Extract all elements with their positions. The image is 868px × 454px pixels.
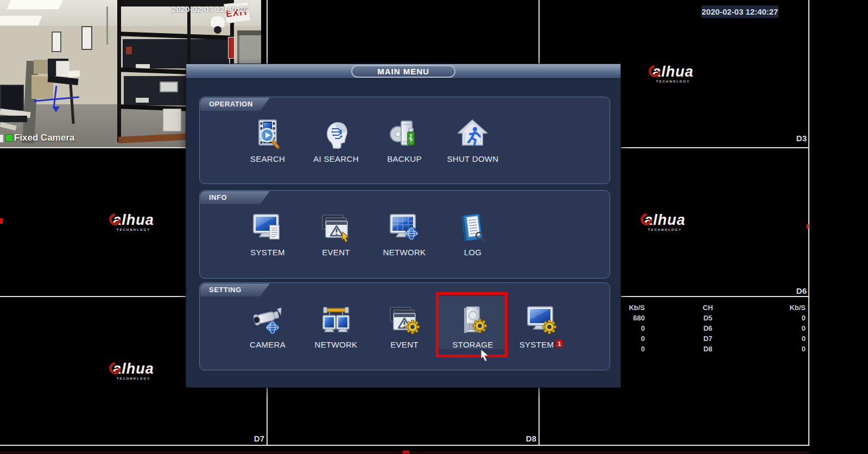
brand-subtitle: TECHNOLOGY <box>93 377 174 380</box>
menu-item-label-text: SYSTEM <box>519 340 554 349</box>
search-icon <box>250 117 285 152</box>
system-setting-icon <box>524 302 559 337</box>
bitrate-channel: D6 <box>645 323 771 333</box>
scene-rack-post <box>117 0 121 142</box>
bitrate-kbs: 0 <box>771 344 806 354</box>
menu-item-label: AI SEARCH <box>302 154 370 163</box>
tripwire-arrow-head <box>52 106 60 112</box>
camera-icon <box>250 302 285 337</box>
menu-item-label: SEARCH <box>233 154 302 163</box>
system-info-icon <box>250 210 285 245</box>
scene-rack-item <box>136 98 149 103</box>
menu-item-setting-camera[interactable]: CAMERA <box>233 296 302 349</box>
notification-badge: 1 <box>556 340 563 348</box>
event-setting-icon <box>387 302 422 337</box>
scene-ceiling-light <box>0 16 42 26</box>
mouse-cursor <box>480 349 491 363</box>
bitrate-kbs: 0 <box>622 344 645 354</box>
network-setting-icon <box>319 302 353 337</box>
scene-door-frame <box>237 30 261 35</box>
brand-subtitle: TECHNOLOGY <box>632 80 714 83</box>
grid-line <box>808 0 809 446</box>
section-info-label: INFO <box>200 191 270 204</box>
storage-highlight-box <box>436 292 508 357</box>
scene-pole <box>106 7 108 45</box>
bitrate-channel: D5 <box>645 313 771 323</box>
channel-label-d3: D3 <box>784 134 807 143</box>
bitrate-kbs: 0 <box>622 333 645 344</box>
section-setting: SETTING CAMERA <box>199 282 610 370</box>
bitrate-kbs: 0 <box>771 323 806 333</box>
bitrate-row: 0 D6 0 <box>622 323 806 333</box>
menu-title: MAIN MENU <box>351 65 455 78</box>
channel-label-d8: D8 <box>514 434 536 443</box>
brand-subtitle: TECHNOLOGY <box>93 228 174 231</box>
menu-item-shut-down[interactable]: SHUT DOWN <box>439 110 507 163</box>
bitrate-header: Kb/S <box>622 302 645 313</box>
bitrate-kbs: 0 <box>771 313 806 323</box>
menu-item-setting-event[interactable]: EVENT <box>370 296 439 349</box>
menu-item-label: CAMERA <box>233 340 302 349</box>
ai-search-icon <box>319 117 353 152</box>
camera1-name-label: Fixed Camera <box>5 133 75 143</box>
menu-item-search[interactable]: SEARCH <box>233 110 302 163</box>
menu-item-info-event[interactable]: EVENT <box>302 204 370 257</box>
brand-logo: alhua TECHNOLOGY <box>632 65 714 83</box>
scene-monitor <box>0 85 24 111</box>
menu-item-ai-search[interactable]: AI SEARCH <box>302 110 370 163</box>
bottom-artifact-line <box>0 452 809 453</box>
brand-subtitle: TECHNOLOGY <box>624 228 706 231</box>
scene-ceiling-light <box>7 0 63 9</box>
system-clock: 2020-02-03 12:40:27 <box>701 5 778 18</box>
scene-wall-frame <box>52 31 61 52</box>
scene-ptz-lens <box>214 26 221 34</box>
menu-item-backup[interactable]: BACKUP <box>370 110 439 163</box>
menu-item-label: EVENT <box>302 248 370 257</box>
menu-item-label: EVENT <box>370 340 439 349</box>
section-setting-label: SETTING <box>200 283 270 297</box>
menu-item-label: NETWORK <box>370 248 439 257</box>
menu-title-bar: MAIN MENU <box>186 64 620 79</box>
camera1-label-clipped-glyph <box>0 135 3 142</box>
backup-icon <box>387 117 422 152</box>
scene-papers <box>67 70 80 78</box>
scene-red-sign <box>228 37 235 59</box>
camera1-timestamp: 2020-02-03 12:40:26 <box>129 4 248 14</box>
scene-ptz-camera <box>211 16 225 27</box>
log-icon <box>455 210 490 245</box>
menu-item-info-network[interactable]: NETWORK <box>370 204 439 257</box>
brand-logo: alhua TECHNOLOGY <box>624 213 706 231</box>
bitrate-header: Kb/S <box>771 302 806 313</box>
bitrate-header-row: Kb/S CH Kb/S <box>622 302 806 313</box>
bitrate-channel: D8 <box>645 344 771 354</box>
shutdown-icon <box>455 117 490 152</box>
menu-item-label: SYSTEM <box>233 248 302 257</box>
bitrate-panel: Kb/S CH Kb/S 680 D5 0 0 D6 0 0 D7 0 0 D8… <box>622 302 806 354</box>
camera1-name-text: Fixed Camera <box>14 133 75 143</box>
bitrate-row: 0 D7 0 <box>622 333 806 344</box>
bitrate-header: CH <box>645 302 771 313</box>
network-info-icon <box>387 210 422 245</box>
grid-line <box>0 445 808 446</box>
menu-item-log[interactable]: LOG <box>439 204 507 257</box>
menu-item-label: SYSTEM1 <box>507 340 575 349</box>
section-operation: OPERATION SEARCH <box>199 97 610 184</box>
bitrate-kbs: 0 <box>771 333 806 344</box>
bitrate-kbs: 680 <box>622 313 645 323</box>
nvr-screen: EXIT 2020-02-03 12:40:26 Fixed Camera al… <box>0 0 868 454</box>
menu-item-label: LOG <box>439 248 507 257</box>
menu-item-setting-network[interactable]: NETWORK <box>302 296 370 349</box>
record-indicator-icon <box>5 134 13 142</box>
section-info: INFO SYSTEM EVENT <box>199 190 610 279</box>
scene-wall-frame <box>81 26 92 50</box>
scene-rack-item <box>160 81 178 92</box>
bitrate-channel: D7 <box>645 333 771 344</box>
menu-item-setting-system[interactable]: SYSTEM1 <box>507 296 575 349</box>
menu-item-label: BACKUP <box>370 154 439 163</box>
menu-item-info-system[interactable]: SYSTEM <box>233 204 302 257</box>
channel-label-d7: D7 <box>242 434 264 443</box>
brand-logo: alhua TECHNOLOGY <box>93 362 174 380</box>
main-menu-dialog: MAIN MENU OPERATION <box>186 64 620 387</box>
bitrate-kbs: 0 <box>622 323 645 333</box>
bitrate-row: 0 D8 0 <box>622 344 806 354</box>
